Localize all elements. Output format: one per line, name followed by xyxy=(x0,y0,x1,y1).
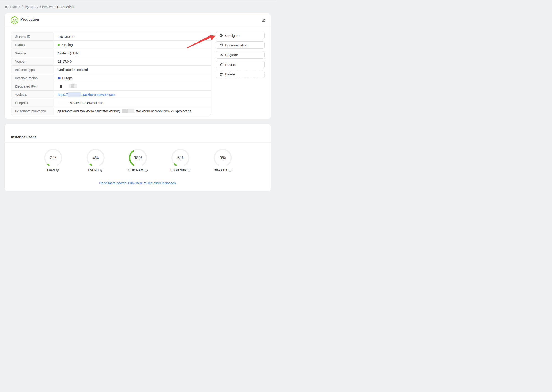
svg-text:4%: 4% xyxy=(92,155,99,160)
svg-text:JS: JS xyxy=(12,19,17,23)
svg-text:5%: 5% xyxy=(177,155,183,160)
svg-text:0%: 0% xyxy=(219,155,226,160)
svg-text:38%: 38% xyxy=(133,155,142,160)
svg-text:3%: 3% xyxy=(50,155,56,160)
